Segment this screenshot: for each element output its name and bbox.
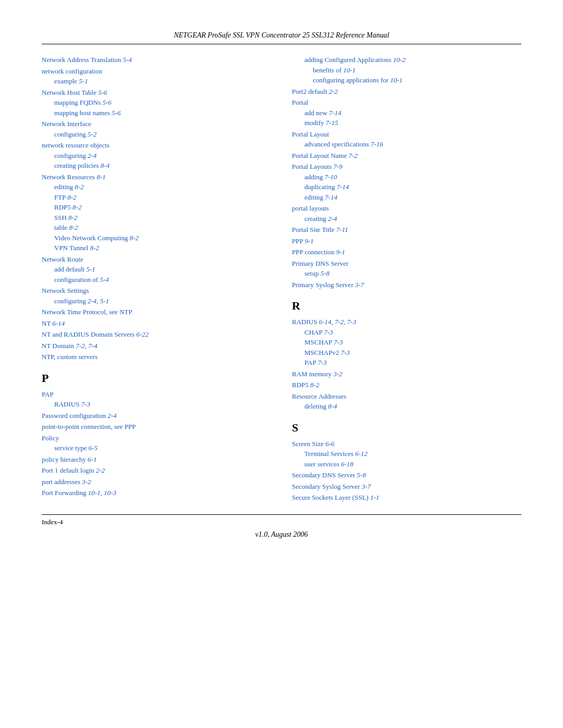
list-item: PAP RADIUS 7-3	[42, 389, 271, 410]
entry-primary-dns-server[interactable]: Primary DNS Server	[292, 258, 521, 269]
entry-nt-radius[interactable]: NT and RADIUS Domain Servers 6-22	[42, 329, 271, 340]
entry-port2-default[interactable]: Port2 default 2-2	[292, 87, 521, 97]
entry-screen-size[interactable]: Screen Size 6-6	[292, 439, 521, 449]
entry-pap[interactable]: PAP	[42, 389, 271, 400]
list-item: network configuration example 5-1	[42, 66, 271, 87]
list-item: Portal add new 7-14 modify 7-15	[292, 97, 521, 128]
entry-policy-service-type[interactable]: service type 6-5	[42, 443, 271, 453]
entry-portal-site-title[interactable]: Portal Site Title 7-11	[292, 225, 521, 235]
entry-network-host-table[interactable]: Network Host Table 5-6	[42, 88, 271, 98]
entry-nt-domain[interactable]: NT Domain 7-2, 7-4	[42, 341, 271, 351]
list-item: adding Configured Applications 10-2 bene…	[292, 55, 521, 85]
entry-network-route-configuration[interactable]: configuration of 5-4	[42, 275, 271, 285]
list-item: Screen Size 6-6 Terminal Services 6-12 u…	[292, 439, 521, 470]
entry-portal-layouts-lower[interactable]: portal layouts	[292, 203, 521, 214]
entry-network-resource-objects[interactable]: network resource objects	[42, 140, 271, 151]
list-item: RDP5 8-2	[292, 380, 521, 390]
entry-network-resources[interactable]: Network Resources 8-1	[42, 172, 271, 182]
list-item: Network Interface configuring 5-2	[42, 119, 271, 139]
entry-pap-radius[interactable]: RADIUS 7-3	[42, 399, 271, 410]
entry-radius-mschapv2[interactable]: MSCHAPv2 7-3	[292, 348, 521, 358]
section-r: R	[292, 299, 521, 313]
entry-network-configuration-example[interactable]: example 5-1	[42, 76, 271, 87]
entry-portal-layouts[interactable]: Portal Layouts 7-9	[292, 162, 521, 172]
list-item: Network Address Translation 5-4	[42, 55, 271, 65]
entry-rdp5[interactable]: RDP5 8-2	[292, 380, 521, 390]
entry-password-config[interactable]: Password configuration 2-4	[42, 411, 271, 421]
entry-portal-layout-name[interactable]: Portal Layout Name 7-2	[292, 151, 521, 161]
entry-port1-default[interactable]: Port 1 default login 2-2	[42, 465, 271, 476]
entry-network-resource-objects-creating[interactable]: creating policies 8-4	[42, 161, 271, 171]
entry-resource-addresses[interactable]: Resource Addresses	[292, 391, 521, 402]
entry-benefits-of[interactable]: benefits of 10-1	[292, 65, 521, 76]
entry-mapping-host-names[interactable]: mapping host names 5-6	[42, 108, 271, 118]
entry-network-route[interactable]: Network Route	[42, 254, 271, 265]
entry-network-resources-vnc[interactable]: Video Network Computing 8-2	[42, 233, 271, 243]
entry-network-resource-objects-configuring[interactable]: configuring 2-4	[42, 151, 271, 161]
entry-network-resources-ssh[interactable]: SSH 8-2	[42, 213, 271, 223]
entry-port-forwarding[interactable]: Port Forwarding 10-1, 10-3	[42, 488, 271, 498]
entry-primary-dns-setup[interactable]: setup 5-8	[292, 268, 521, 279]
entry-radius-chap[interactable]: CHAP 7-3	[292, 327, 521, 338]
list-item: PPP 9-1	[292, 236, 521, 246]
entry-terminal-services[interactable]: Terminal Services 6-12	[292, 449, 521, 459]
entry-portal-layouts-editing[interactable]: editing 7-14	[292, 192, 521, 203]
entry-configuring-applications[interactable]: configuring applications for 10-1	[292, 75, 521, 85]
entry-portal-layout[interactable]: Portal Layout	[292, 129, 521, 140]
list-item: RAM memory 3-2	[292, 369, 521, 379]
entry-secondary-syslog[interactable]: Secondary Syslog Server 3-7	[292, 482, 521, 492]
entry-network-interface[interactable]: Network Interface	[42, 119, 271, 129]
entry-network-address-translation[interactable]: Network Address Translation 5-4	[42, 55, 271, 65]
entry-network-resources-editing[interactable]: editing 8-2	[42, 182, 271, 192]
right-column: adding Configured Applications 10-2 bene…	[292, 55, 521, 504]
list-item: network resource objects configuring 2-4…	[42, 140, 271, 171]
entry-ntp-custom[interactable]: NTP, custom servers	[42, 352, 271, 362]
footer-index-label: Index-4	[42, 518, 63, 526]
entry-radius-pap[interactable]: PAP 7-3	[292, 357, 521, 368]
entry-port-addresses[interactable]: port addresses 3-2	[42, 477, 271, 487]
list-item: Port Forwarding 10-1, 10-3	[42, 488, 271, 498]
entry-portal[interactable]: Portal	[292, 97, 521, 108]
entry-ppp[interactable]: PPP 9-1	[292, 236, 521, 246]
entry-portal-modify[interactable]: modify 7-15	[292, 118, 521, 128]
index-content: Network Address Translation 5-4 network …	[42, 55, 521, 504]
entry-point-to-point[interactable]: point-to-point connection, see PPP	[42, 422, 271, 432]
list-item: Policy service type 6-5	[42, 433, 271, 453]
section-s: S	[292, 421, 521, 435]
entry-ppp-connection[interactable]: PPP connection 9-1	[292, 247, 521, 257]
entry-network-route-add-default[interactable]: add default 5-1	[42, 264, 271, 275]
entry-network-resources-ftp[interactable]: FTP 8-2	[42, 192, 271, 203]
entry-network-resources-rdp5[interactable]: RDP5 8-2	[42, 202, 271, 213]
entry-portal-layouts-creating[interactable]: creating 2-4	[292, 214, 521, 224]
entry-radius[interactable]: RADIUS 6-14, 7-2, 7-3	[292, 317, 521, 327]
list-item: Portal Layouts 7-9 adding 7-10 duplicati…	[292, 162, 521, 202]
entry-ssl[interactable]: Secure Sockets Layer (SSL) 1-1	[292, 492, 521, 503]
entry-nt[interactable]: NT 6-14	[42, 318, 271, 329]
list-item: policy hierarchy 6-1	[42, 454, 271, 465]
entry-adding-configured-applications[interactable]: adding Configured Applications 10-2	[292, 55, 521, 65]
entry-policy-hierarchy[interactable]: policy hierarchy 6-1	[42, 454, 271, 465]
entry-policy[interactable]: Policy	[42, 433, 271, 443]
entry-network-settings-configuring[interactable]: configuring 2-4, 5-1	[42, 296, 271, 306]
entry-network-resources-table[interactable]: table 8-2	[42, 223, 271, 233]
entry-portal-layouts-adding[interactable]: adding 7-10	[292, 172, 521, 182]
entry-secondary-dns[interactable]: Secondary DNS Server 5-8	[292, 470, 521, 480]
entry-portal-add-new[interactable]: add new 7-14	[292, 108, 521, 118]
entry-network-settings[interactable]: Network Settings	[42, 286, 271, 296]
entry-network-resources-vpn[interactable]: VPN Tunnel 8-2	[42, 243, 271, 253]
entry-ram-memory[interactable]: RAM memory 3-2	[292, 369, 521, 379]
section-p: P	[42, 372, 271, 385]
list-item: portal layouts creating 2-4	[292, 203, 521, 224]
entry-portal-layout-advanced[interactable]: advanced specifications 7-16	[292, 139, 521, 150]
entry-network-interface-configuring[interactable]: configuring 5-2	[42, 129, 271, 140]
entry-network-configuration[interactable]: network configuration	[42, 66, 271, 77]
entry-resource-addresses-deleting[interactable]: deleting 8-4	[292, 401, 521, 412]
entry-mapping-fqdns[interactable]: mapping FQDNs 5-6	[42, 97, 271, 108]
entry-primary-syslog[interactable]: Primary Syslog Server 3-7	[292, 280, 521, 290]
entry-user-services[interactable]: user services 6-18	[292, 459, 521, 470]
entry-network-time-protocol[interactable]: Network Time Protocol, see NTP	[42, 307, 271, 317]
list-item: NT 6-14	[42, 318, 271, 329]
list-item: Resource Addresses deleting 8-4	[292, 391, 521, 412]
entry-portal-layouts-duplicating[interactable]: duplicating 7-14	[292, 182, 521, 192]
entry-radius-mschap[interactable]: MSCHAP 7-3	[292, 337, 521, 348]
